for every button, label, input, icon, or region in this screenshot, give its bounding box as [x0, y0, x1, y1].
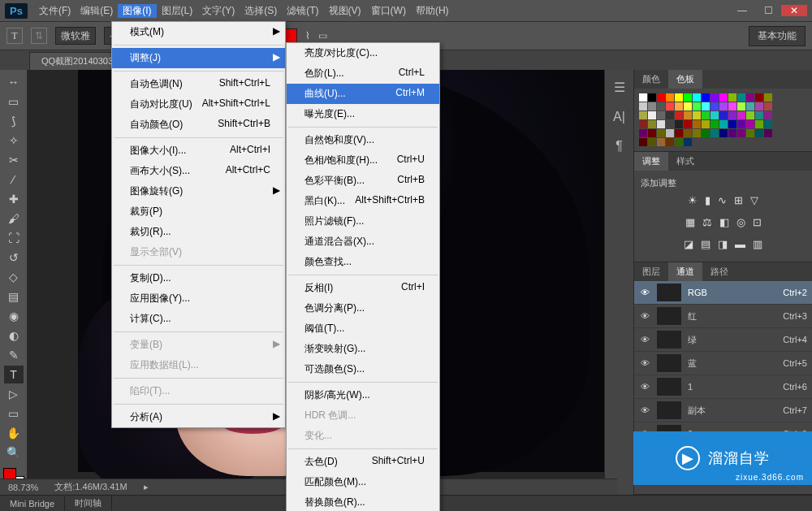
swatch[interactable] [746, 120, 754, 128]
swatch[interactable] [710, 120, 719, 128]
swatch[interactable] [737, 120, 745, 128]
menu-item[interactable]: 复制(D)... [112, 268, 285, 288]
menu-item[interactable]: 自动色调(N)Shift+Ctrl+L [112, 74, 285, 94]
blur-tool-icon[interactable]: ◉ [4, 307, 24, 325]
swatch[interactable] [693, 129, 701, 137]
bw-icon[interactable]: ◧ [719, 216, 729, 228]
menu-item[interactable]: 计算(C)... [112, 309, 285, 329]
menu-6[interactable]: 滤镜(T) [282, 4, 323, 18]
menu-8[interactable]: 窗口(W) [366, 4, 411, 18]
menubar[interactable]: 文件(F)编辑(E)图像(I)图层(L)文字(Y)选择(S)滤镜(T)视图(V)… [34, 4, 454, 18]
tab-styles[interactable]: 样式 [668, 152, 702, 171]
swatch[interactable] [719, 111, 728, 119]
tool-preset-icon[interactable]: T [6, 28, 23, 44]
move-tool-icon[interactable]: ↔ [4, 73, 24, 91]
swatch[interactable] [746, 111, 754, 119]
swatch[interactable] [737, 111, 745, 119]
swatch[interactable] [764, 111, 772, 119]
menu-item[interactable]: 自动对比度(U)Alt+Shift+Ctrl+L [112, 94, 285, 115]
swatch[interactable] [755, 102, 763, 110]
swatch[interactable] [675, 129, 683, 137]
swatch[interactable] [684, 120, 692, 128]
menu-7[interactable]: 视图(V) [324, 4, 366, 18]
menu-item[interactable]: 变量(B)▶ [112, 335, 285, 355]
swatch[interactable] [693, 102, 701, 110]
tab-channels[interactable]: 通道 [668, 262, 702, 281]
swatch[interactable] [702, 120, 710, 128]
menu-item[interactable]: 阈值(T)... [287, 318, 439, 339]
swatch[interactable] [702, 129, 710, 137]
swatch[interactable] [710, 111, 719, 119]
menu-5[interactable]: 选择(S) [240, 4, 282, 18]
close-button[interactable]: ✕ [781, 5, 807, 16]
menu-item[interactable]: 画布大小(S)...Alt+Ctrl+C [112, 161, 285, 181]
visibility-icon[interactable]: 👁 [639, 311, 650, 321]
type-tool-icon[interactable]: T [4, 366, 24, 383]
swatch[interactable] [755, 120, 763, 128]
swatch[interactable] [755, 129, 763, 137]
swatch[interactable] [657, 129, 665, 137]
pen-tool-icon[interactable]: ✎ [4, 346, 24, 364]
swatch[interactable] [675, 111, 683, 119]
channel-row[interactable]: 👁绿Ctrl+4 [634, 328, 812, 352]
swatch[interactable] [666, 93, 674, 102]
swatch[interactable] [728, 102, 736, 110]
channel-row[interactable]: 👁1Ctrl+6 [634, 375, 812, 399]
swatch[interactable] [684, 102, 692, 110]
swatch[interactable] [675, 120, 683, 128]
tab-paths[interactable]: 路径 [702, 262, 736, 281]
zoom-tool-icon[interactable]: 🔍 [4, 444, 24, 461]
menu-item[interactable]: 替换颜色(R)... [287, 492, 439, 511]
swatch[interactable] [728, 129, 736, 137]
swatch[interactable] [702, 102, 710, 110]
menu-item[interactable]: 色阶(L)...Ctrl+L [287, 63, 439, 84]
menu-item[interactable]: 图像大小(I)...Alt+Ctrl+I [112, 141, 285, 161]
swatch[interactable] [728, 111, 736, 119]
swatch[interactable] [728, 120, 736, 128]
visibility-icon[interactable]: 👁 [639, 405, 650, 415]
swatch[interactable] [657, 138, 665, 146]
swatch[interactable] [719, 129, 728, 137]
character-mini-icon[interactable]: A| [613, 110, 625, 124]
menu-item[interactable]: 照片滤镜(F)... [287, 211, 439, 232]
curves-icon[interactable]: ∿ [718, 194, 727, 206]
brightness-icon[interactable]: ☀ [688, 194, 698, 206]
swatch[interactable] [648, 120, 656, 128]
swatch[interactable] [684, 138, 692, 146]
swatch[interactable] [755, 93, 763, 102]
visibility-icon[interactable]: 👁 [639, 335, 650, 344]
minimize-button[interactable]: — [729, 5, 755, 16]
brush-tool-icon[interactable]: 🖌 [4, 210, 24, 227]
text-orientation-icon[interactable]: ⇅ [31, 28, 47, 44]
swatch[interactable] [639, 138, 647, 146]
swatch[interactable] [710, 102, 719, 110]
swatch[interactable] [746, 129, 754, 137]
menu-item[interactable]: 自动颜色(O)Shift+Ctrl+B [112, 115, 285, 135]
swatch[interactable] [657, 111, 665, 119]
swatch[interactable] [675, 102, 683, 110]
channel-row[interactable]: 👁RGBCtrl+2 [634, 281, 812, 305]
swatch[interactable] [684, 129, 692, 137]
exposure-icon[interactable]: ⊞ [734, 194, 743, 206]
swatch[interactable] [764, 120, 772, 128]
menu-item[interactable]: 裁剪(P) [112, 201, 285, 222]
swatch[interactable] [719, 102, 728, 110]
menu-item[interactable]: HDR 色调... [287, 405, 439, 426]
menu-item[interactable]: 色调分离(P)... [287, 298, 439, 318]
menu-item[interactable]: 调整(J)▶ [112, 48, 285, 68]
swatch[interactable] [648, 129, 656, 137]
menu-item[interactable]: 分析(A)▶ [112, 407, 285, 427]
warp-text-icon[interactable]: ⌇ [305, 30, 310, 41]
posterize-icon[interactable]: ▤ [701, 238, 710, 250]
swatch[interactable] [666, 138, 674, 146]
swatch[interactable] [666, 129, 674, 137]
path-select-tool-icon[interactable]: ▷ [4, 385, 24, 403]
eraser-tool-icon[interactable]: ◇ [4, 268, 24, 286]
maximize-button[interactable]: ☐ [755, 5, 781, 16]
menu-item[interactable]: 黑白(K)...Alt+Shift+Ctrl+B [287, 191, 439, 211]
tab-swatches[interactable]: 色板 [668, 70, 702, 89]
image-menu[interactable]: 模式(M)▶调整(J)▶自动色调(N)Shift+Ctrl+L自动对比度(U)A… [111, 21, 286, 428]
swatch[interactable] [737, 129, 745, 137]
menu-item[interactable]: 曲线(U)...Ctrl+M [287, 84, 439, 104]
menu-item[interactable]: 匹配颜色(M)... [287, 472, 439, 492]
